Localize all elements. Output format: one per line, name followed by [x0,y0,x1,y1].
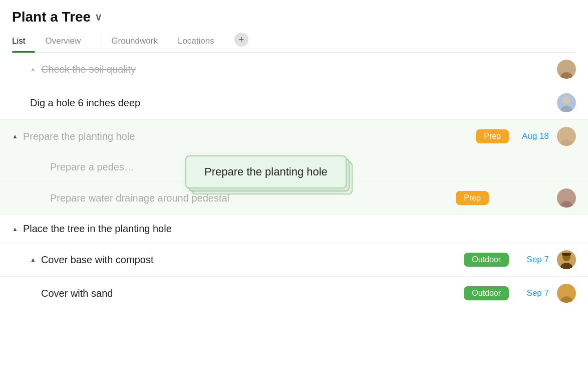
svg-point-5 [560,139,572,146]
list-item[interactable]: ▲ Cover base with compost Outdoor Sep 7 [0,243,588,277]
avatar [557,284,576,303]
tooltip-card-text: Prepare the planting hole [185,155,347,188]
avatar [557,250,576,269]
task-title: Prepare the planting hole [23,131,476,142]
drag-tooltip: Prepare the planting hole [185,155,347,188]
svg-point-9 [560,263,572,269]
svg-point-11 [562,287,570,295]
add-tab-button[interactable]: + [234,33,248,47]
list-item[interactable]: ▲ Place the tree in the planting hole [0,215,588,243]
task-title: Cover with sand [30,288,464,299]
task-badge: Prep [456,191,489,205]
title-chevron-icon[interactable]: ∨ [95,11,102,23]
task-date: Aug 18 [519,131,549,141]
task-badge: Outdoor [464,286,509,300]
list-item[interactable]: ▲ Prepare the planting hole Prep Aug 18 [0,120,588,153]
tab-list[interactable]: List [12,32,35,52]
task-title: Place the tree in the planting hole [23,223,576,235]
svg-point-4 [562,130,570,138]
svg-point-2 [562,96,570,104]
task-badge: Outdoor [464,253,509,267]
list-item[interactable]: ▲ Check the soil quality [0,53,588,86]
tab-locations[interactable]: Locations [178,32,224,52]
task-title: Dig a hole 6 inches deep [30,97,557,109]
tab-bar: List Overview Groundwork Locations + [12,32,576,53]
collapse-icon: ▲ [12,133,18,140]
task-title: Check the soil quality [41,64,557,75]
tab-divider [101,34,101,45]
svg-point-1 [560,72,572,79]
list-item[interactable]: Cover with sand Outdoor Sep 7 [0,277,588,310]
tab-groundwork[interactable]: Groundwork [111,32,168,52]
page-title: Plant a Tree ∨ [12,9,576,25]
task-date: Sep 7 [519,255,549,265]
svg-point-7 [560,201,572,208]
avatar [557,60,576,79]
svg-point-3 [560,106,572,112]
page-header: Plant a Tree ∨ List Overview Groundwork … [0,0,588,53]
task-badge: Prep [476,129,509,143]
svg-point-0 [562,63,570,71]
list-item[interactable]: Dig a hole 6 inches deep [0,86,588,120]
svg-point-6 [562,192,570,200]
svg-rect-10 [562,253,571,256]
title-text: Plant a Tree [12,9,91,25]
svg-point-12 [560,296,572,303]
task-title: Cover base with compost [41,254,464,266]
collapse-icon: ▲ [30,66,36,73]
avatar [557,127,576,146]
collapse-icon: ▲ [30,256,36,263]
avatar [557,188,576,208]
task-date: Sep 7 [519,288,549,298]
collapse-icon: ▲ [12,226,18,233]
avatar [557,93,576,112]
tab-overview[interactable]: Overview [45,32,91,52]
